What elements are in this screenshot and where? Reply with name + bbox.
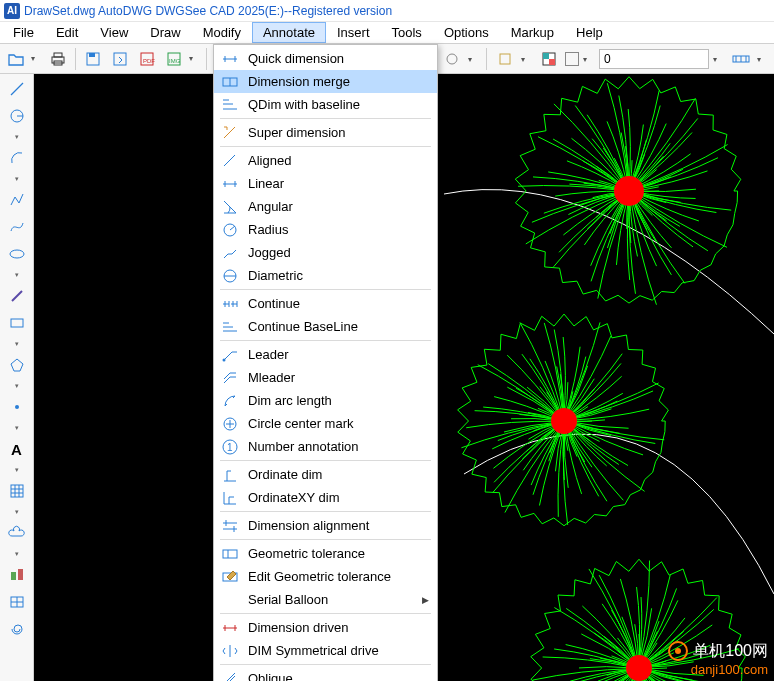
align-icon	[220, 152, 240, 170]
pen-tool[interactable]	[5, 285, 29, 307]
menu-item-super-dimension[interactable]: Super dimension	[214, 121, 437, 144]
color-dropdown[interactable]: ▾	[583, 55, 595, 64]
menu-item-serial-balloon[interactable]: Serial Balloon▶	[214, 588, 437, 611]
circle-tool-dd[interactable]: ▾	[5, 132, 29, 142]
color-box[interactable]	[565, 52, 579, 66]
leader-icon	[220, 346, 240, 364]
cloud-tool[interactable]	[5, 522, 29, 544]
point-tool-dd[interactable]: ▾	[5, 423, 29, 433]
open-dropdown[interactable]: ▾	[31, 54, 43, 63]
menu-item-oblique[interactable]: Oblique	[214, 667, 437, 681]
menu-item-label: Radius	[248, 222, 429, 237]
menu-draw[interactable]: Draw	[139, 22, 191, 43]
table-tool[interactable]	[5, 591, 29, 613]
menu-item-label: Geometric tolerance	[248, 546, 429, 561]
menu-item-continue-baseline[interactable]: Continue BaseLine	[214, 315, 437, 338]
open-button[interactable]	[4, 47, 28, 71]
arc-tool-dd[interactable]: ▾	[5, 174, 29, 184]
watermark: 单机100网 danji100.com	[667, 640, 768, 677]
layer-dropdown[interactable]: ▾	[468, 55, 480, 64]
ellipse-tool[interactable]	[5, 243, 29, 265]
menu-file[interactable]: File	[2, 22, 45, 43]
paint-icon[interactable]	[493, 47, 517, 71]
menu-separator	[220, 539, 431, 540]
polyline-tool[interactable]	[5, 189, 29, 211]
spline-tool[interactable]	[5, 216, 29, 238]
ellipse-tool-dd[interactable]: ▾	[5, 270, 29, 280]
menu-item-label: Continue	[248, 296, 429, 311]
menu-markup[interactable]: Markup	[500, 22, 565, 43]
saveas-button[interactable]	[108, 47, 132, 71]
menu-item-geometric-tolerance[interactable]: Geometric tolerance	[214, 542, 437, 565]
continue-icon	[220, 295, 240, 313]
menu-item-qdim-with-baseline[interactable]: QDim with baseline	[214, 93, 437, 116]
annotate-menu: Quick dimensionDimension mergeQDim with …	[213, 44, 438, 681]
menu-insert[interactable]: Insert	[326, 22, 381, 43]
menu-item-mleader[interactable]: Mleader	[214, 366, 437, 389]
menu-edit[interactable]: Edit	[45, 22, 89, 43]
menu-item-leader[interactable]: Leader	[214, 343, 437, 366]
menu-separator	[220, 146, 431, 147]
menu-item-dimension-driven[interactable]: Dimension driven	[214, 616, 437, 639]
text-tool[interactable]: A	[5, 438, 29, 460]
measure-distance-button[interactable]	[729, 47, 753, 71]
menu-item-edit-geometric-tolerance[interactable]: Edit Geometric tolerance	[214, 565, 437, 588]
menu-annotate[interactable]: Annotate	[252, 22, 326, 43]
color-swatch[interactable]	[537, 47, 561, 71]
hatch-tool[interactable]	[5, 480, 29, 502]
paint-dropdown[interactable]: ▾	[521, 55, 533, 64]
menu-item-label: Oblique	[248, 671, 429, 681]
menu-item-dimension-alignment[interactable]: Dimension alignment	[214, 514, 437, 537]
lineweight-dropdown[interactable]: ▾	[713, 55, 725, 64]
polygon-tool[interactable]	[5, 354, 29, 376]
menu-item-number-annotation[interactable]: 1Number annotation	[214, 435, 437, 458]
text-tool-dd[interactable]: ▾	[5, 465, 29, 475]
lineweight-input[interactable]: 0	[599, 49, 709, 69]
line-tool[interactable]	[5, 78, 29, 100]
lineweight-value: 0	[604, 52, 611, 66]
menu-item-continue[interactable]: Continue	[214, 292, 437, 315]
menu-item-dimension-merge[interactable]: Dimension merge	[214, 70, 437, 93]
point-tool[interactable]	[5, 396, 29, 418]
menu-item-ordinatexy-dim[interactable]: OrdinateXY dim	[214, 486, 437, 509]
layer-icon[interactable]	[440, 47, 464, 71]
hatch-tool-dd[interactable]: ▾	[5, 507, 29, 517]
export-img-button[interactable]: IMG	[162, 47, 186, 71]
jogged-icon	[220, 244, 240, 262]
menu-item-aligned[interactable]: Aligned	[214, 149, 437, 172]
polygon-tool-dd[interactable]: ▾	[5, 381, 29, 391]
menu-item-radius[interactable]: Radius	[214, 218, 437, 241]
menu-item-circle-center-mark[interactable]: Circle center mark	[214, 412, 437, 435]
spiral-tool[interactable]	[5, 618, 29, 640]
menu-item-quick-dimension[interactable]: Quick dimension	[214, 47, 437, 70]
menu-help[interactable]: Help	[565, 22, 614, 43]
arc-tool[interactable]	[5, 147, 29, 169]
menu-view[interactable]: View	[89, 22, 139, 43]
menu-options[interactable]: Options	[433, 22, 500, 43]
circle-tool[interactable]	[5, 105, 29, 127]
measure-dropdown[interactable]: ▾	[757, 55, 769, 64]
save-button[interactable]	[81, 47, 105, 71]
menu-modify[interactable]: Modify	[192, 22, 252, 43]
menu-item-label: Diametric	[248, 268, 429, 283]
menu-item-jogged[interactable]: Jogged	[214, 241, 437, 264]
export-dropdown[interactable]: ▾	[189, 54, 201, 63]
menu-item-angular[interactable]: Angular	[214, 195, 437, 218]
menu-item-label: Ordinate dim	[248, 467, 429, 482]
rectangle-tool[interactable]	[5, 312, 29, 334]
menu-item-dim-arc-length[interactable]: Dim arc length	[214, 389, 437, 412]
menu-item-linear[interactable]: Linear	[214, 172, 437, 195]
block-tool[interactable]	[5, 564, 29, 586]
cloud-tool-dd[interactable]: ▾	[5, 549, 29, 559]
submenu-arrow-icon: ▶	[422, 595, 429, 605]
rectangle-tool-dd[interactable]: ▾	[5, 339, 29, 349]
svg-rect-1	[54, 53, 62, 57]
menu-item-ordinate-dim[interactable]: Ordinate dim	[214, 463, 437, 486]
export-pdf-button[interactable]: PDF	[135, 47, 159, 71]
qbase-icon	[220, 96, 240, 114]
menu-item-dim-symmetrical-drive[interactable]: DIM Symmetrical drive	[214, 639, 437, 662]
menu-separator	[220, 289, 431, 290]
menu-item-diametric[interactable]: Diametric	[214, 264, 437, 287]
print-button[interactable]	[46, 47, 70, 71]
menu-tools[interactable]: Tools	[381, 22, 433, 43]
